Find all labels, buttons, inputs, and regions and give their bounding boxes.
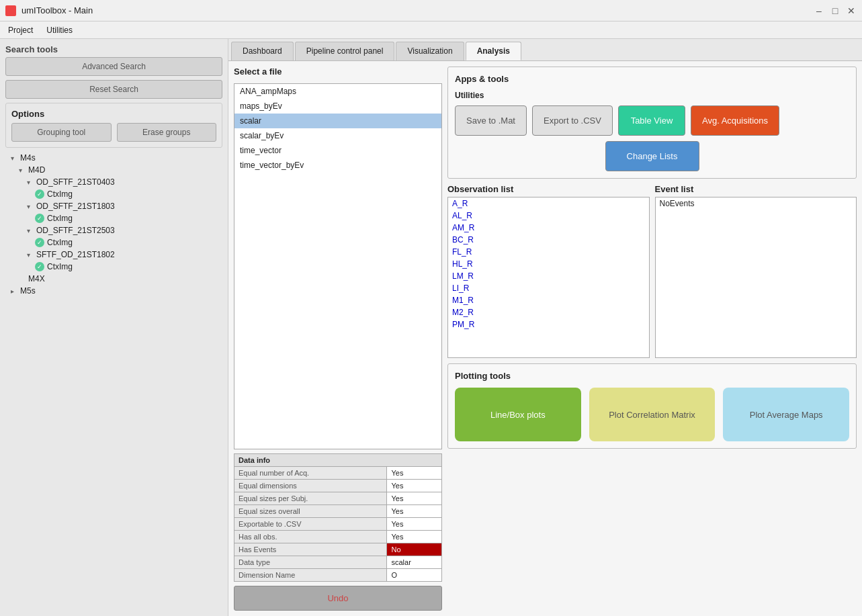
obs-item[interactable]: LI_R [448,282,649,294]
erase-groups-button[interactable]: Erase groups [117,123,217,142]
menu-utilities[interactable]: Utilities [44,24,75,36]
avg-acquisitions-button[interactable]: Avg. Acquisitions [691,105,779,136]
obs-item[interactable]: AM_R [448,222,649,234]
tree-item-m4s[interactable]: ▾ M4s [5,152,222,164]
tree-item-m5s[interactable]: ▸ M5s [5,285,222,297]
sidebar: Search tools Advanced Search Reset Searc… [0,39,228,616]
check-icon: ✓ [35,214,44,223]
plot-correlation-matrix-button[interactable]: Plot Correlation Matrix [589,388,716,441]
maximize-button[interactable]: □ [830,5,841,16]
close-button[interactable]: ✕ [846,5,857,16]
plotting-title: Plotting tools [455,371,849,381]
file-item[interactable]: maps_byEv [234,99,441,114]
options-section: Options Grouping tool Erase groups [5,103,222,148]
obs-item[interactable]: HL_R [448,258,649,270]
tree-item-ctximg-3[interactable]: ✓ CtxImg [5,236,222,249]
change-lists-button[interactable]: Change Lists [605,141,699,171]
titlebar-left: umIToolbox - Main [5,5,93,16]
file-item-selected[interactable]: scalar [234,114,441,128]
tree-item-ctximg-4[interactable]: ✓ CtxImg [5,261,222,273]
tree-item-ctximg-2[interactable]: ✓ CtxImg [5,212,222,224]
tree-label: OD_SFTF_21ST1803 [36,202,115,211]
file-item[interactable]: time_vector [234,143,441,158]
data-info-container: Data info Equal number of Acq. Yes Equal… [234,453,442,582]
menubar: Project Utilities [0,21,862,39]
tab-analysis[interactable]: Analysis [466,42,521,60]
arrow-icon: ▾ [19,167,26,174]
tree-item-sftf-od-1802[interactable]: ▾ SFTF_OD_21ST1802 [5,249,222,261]
table-cell-value: Yes [387,531,442,543]
arrow-icon: ▾ [27,203,34,210]
table-cell-value: Yes [387,480,442,492]
plotting-section: Plotting tools Line/Box plots Plot Corre… [447,363,857,449]
table-cell-label: Equal sizes overall [234,505,387,518]
obs-item[interactable]: A_R [448,197,649,210]
grouping-tool-button[interactable]: Grouping tool [11,123,112,142]
arrow-icon: ▸ [11,288,17,295]
tree-label: CtxImg [47,238,73,247]
titlebar-title: umIToolbox - Main [21,5,93,15]
reset-search-button[interactable]: Reset Search [5,80,222,99]
search-tools-section: Search tools Advanced Search Reset Searc… [5,44,222,99]
obs-item[interactable]: FL_R [448,246,649,258]
table-row: Has Events No [234,543,442,556]
tree-item-od-sftf-2503[interactable]: ▾ OD_SFTF_21ST2503 [5,224,222,236]
observation-list-section: Observation list A_R AL_R AM_R BC_R FL_R… [447,184,650,358]
tree-label: M4X [28,274,45,283]
file-list[interactable]: ANA_ampMaps maps_byEv scalar scalar_byEv… [234,83,442,449]
advanced-search-button[interactable]: Advanced Search [5,57,222,76]
export-to-csv-button[interactable]: Export to .CSV [532,105,613,136]
apps-section-title: Apps & tools [455,74,849,84]
tree-label: CtxImg [47,262,73,271]
plot-average-maps-button[interactable]: Plot Average Maps [723,388,849,441]
obs-item[interactable]: AL_R [448,210,649,222]
titlebar: umIToolbox - Main – □ ✕ [0,0,862,21]
event-list-section: Event list NoEvents [655,184,857,358]
tabs: Dashboard Pipeline control panel Visuali… [228,39,862,61]
tree-item-ctximg-1[interactable]: ✓ CtxImg [5,188,222,200]
data-info-table: Data info Equal number of Acq. Yes Equal… [234,453,442,582]
file-item[interactable]: scalar_byEv [234,128,441,143]
event-list[interactable]: NoEvents [655,197,857,358]
obs-item[interactable]: M2_R [448,306,649,318]
line-box-plots-button[interactable]: Line/Box plots [455,388,581,441]
obs-item[interactable]: BC_R [448,234,649,246]
file-item[interactable]: time_vector_byEv [234,158,441,173]
menu-project[interactable]: Project [5,24,36,36]
right-panel: Apps & tools Utilities Save to .Mat Expo… [447,67,857,611]
tree-item-od-sftf-1803[interactable]: ▾ OD_SFTF_21ST1803 [5,200,222,212]
table-view-button[interactable]: Table View [618,105,685,136]
table-cell-label: Dimension Name [234,569,387,582]
tree-section: ▾ M4s ▾ M4D ▾ OD_SFTF_21ST0403 ✓ CtxImg … [5,152,222,611]
tree-label: OD_SFTF_21ST0403 [36,177,115,187]
table-row: Has all obs. Yes [234,531,442,543]
table-row: Exportable to .CSV Yes [234,518,442,531]
obs-item[interactable]: PM_R [448,318,649,331]
table-cell-label: Data type [234,556,387,569]
apps-section: Apps & tools Utilities Save to .Mat Expo… [447,67,857,179]
check-icon: ✓ [35,262,44,271]
table-cell-value: Yes [387,518,442,531]
tree-item-od-sftf-0403[interactable]: ▾ OD_SFTF_21ST0403 [5,176,222,188]
obs-item[interactable]: LM_R [448,270,649,282]
check-icon: ✓ [35,238,44,247]
file-item[interactable]: ANA_ampMaps [234,84,441,99]
event-item[interactable]: NoEvents [656,197,857,210]
table-row: Equal number of Acq. Yes [234,467,442,480]
table-row: Data type scalar [234,556,442,569]
tab-pipeline[interactable]: Pipeline control panel [295,42,395,60]
observation-list[interactable]: A_R AL_R AM_R BC_R FL_R HL_R LM_R LI_R M… [447,197,650,358]
minimize-button[interactable]: – [814,5,824,16]
content: Dashboard Pipeline control panel Visuali… [228,39,862,616]
table-cell-label: Equal number of Acq. [234,467,387,480]
tab-visualization[interactable]: Visualization [396,42,464,60]
table-row: Equal dimensions Yes [234,480,442,492]
tree-item-m4d[interactable]: ▾ M4D [5,164,222,176]
undo-button[interactable]: Undo [234,586,442,611]
tree-item-m4x[interactable]: ▸ M4X [5,273,222,285]
save-to-mat-button[interactable]: Save to .Mat [455,105,527,136]
tree-label: M5s [20,286,36,296]
tab-dashboard[interactable]: Dashboard [231,42,294,60]
obs-item[interactable]: M1_R [448,294,649,306]
table-cell-value: Yes [387,467,442,480]
